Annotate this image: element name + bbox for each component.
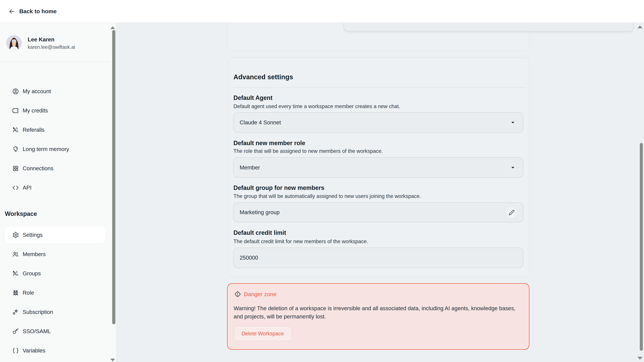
member-role-description: The role that will be assigned to new me… <box>234 148 383 154</box>
chat-input[interactable] <box>344 23 634 31</box>
sidebar-item-label: Variables <box>23 348 45 354</box>
avatar <box>6 35 22 51</box>
section-divider <box>234 87 525 88</box>
gear-icon <box>12 232 19 238</box>
alert-diamond-icon <box>234 291 241 298</box>
sidebar-item-members[interactable]: Members <box>0 245 111 264</box>
default-group-field[interactable]: Marketing group <box>233 202 523 222</box>
member-role-select[interactable]: Member <box>233 157 523 178</box>
groups-icon <box>12 270 19 277</box>
pencil-icon <box>509 210 515 216</box>
sidebar-item-connections[interactable]: Connections <box>0 159 111 178</box>
chevron-down-icon <box>510 119 516 126</box>
avatar-illustration <box>6 35 22 51</box>
credit-limit-description: The default credit limit for new members… <box>234 239 368 245</box>
chevron-down-icon <box>510 164 516 171</box>
sidebar-item-sso-saml[interactable]: SSO/SAML <box>0 322 111 341</box>
sidebar-item-label: Long term memory <box>23 146 69 152</box>
main-scrollbar-thumb[interactable] <box>640 143 643 351</box>
sidebar-scrollbar-up-arrow[interactable] <box>110 26 115 29</box>
account-nav: My account My credits Referalls <box>0 82 111 197</box>
sidebar-item-settings[interactable]: Settings <box>0 225 111 245</box>
main-scrollbar-down-arrow[interactable] <box>638 357 642 360</box>
ticket-icon <box>12 107 19 114</box>
default-agent-select[interactable]: Claude 4 Sonnet <box>233 112 523 133</box>
credit-limit-input[interactable] <box>233 248 523 268</box>
sidebar-item-label: API <box>23 185 32 191</box>
sidebar-item-api[interactable]: API <box>0 178 111 197</box>
topbar: Back to home <box>0 0 644 23</box>
code-icon <box>12 184 19 191</box>
main-scrollbar-up-arrow[interactable] <box>638 25 642 28</box>
default-group-value: Marketing group <box>240 209 280 216</box>
sidebar-scrollbar-down-arrow[interactable] <box>110 359 115 361</box>
chat-input-card <box>227 23 530 51</box>
credit-limit-label: Default credit limit <box>234 229 286 236</box>
key-icon <box>12 328 19 335</box>
sidebar-item-label: Subscription <box>23 309 53 315</box>
sidebar-item-label: Role <box>23 290 34 296</box>
role-users-icon <box>12 290 19 296</box>
workspace-settings-page: Back to home Lee Karen karen.lee@swiftas… <box>0 0 644 362</box>
danger-zone-header: Danger zone <box>234 291 276 298</box>
sidebar-item-label: Members <box>23 251 46 257</box>
sidebar-item-groups[interactable]: Groups <box>0 264 111 283</box>
lightbulb-icon <box>12 146 19 152</box>
sidebar-item-label: Connections <box>23 165 53 172</box>
workspace-section-label: Workspace <box>5 210 37 217</box>
users-star-icon <box>12 126 19 133</box>
default-agent-label: Default Agent <box>234 94 272 101</box>
members-icon <box>12 251 19 258</box>
member-role-label: Default new member role <box>234 140 305 147</box>
default-group-description: The group that will be automatically ass… <box>234 193 421 199</box>
sidebar-item-long-term-memory[interactable]: Long term memory <box>0 139 111 159</box>
arrow-left-icon <box>8 8 16 15</box>
sidebar-item-subscription[interactable]: Subscription <box>0 302 111 322</box>
sidebar-item-label: Settings <box>23 232 42 238</box>
member-role-value: Member <box>240 164 260 171</box>
workspace-nav: Settings Members Groups <box>0 225 111 360</box>
braces-icon <box>12 347 19 354</box>
advanced-settings-card: Advanced settings Default Agent Default … <box>228 57 530 277</box>
shooting-star-icon <box>12 309 19 316</box>
sidebar-item-label: My account <box>23 88 51 94</box>
main-content: Advanced settings Default Agent Default … <box>116 23 644 362</box>
user-email: karen.lee@swiftask.ai <box>28 44 75 50</box>
sidebar-item-label: My credits <box>23 107 48 114</box>
edit-group-button[interactable] <box>506 206 518 219</box>
danger-zone-warning: Warning! The deletion of a workspace is … <box>234 304 526 321</box>
default-agent-value: Claude 4 Sonnet <box>240 119 281 126</box>
default-agent-description: Default agent used every time a workspac… <box>234 103 400 109</box>
sidebar-item-role[interactable]: Role <box>0 283 111 302</box>
danger-zone-card: Danger zone Warning! The deletion of a w… <box>227 283 530 350</box>
sidebar-item-label: Groups <box>23 270 41 277</box>
back-to-home-label: Back to home <box>19 8 57 14</box>
sidebar-item-variables[interactable]: Variables <box>0 341 111 360</box>
advanced-settings-title: Advanced settings <box>234 73 293 81</box>
danger-zone-title: Danger zone <box>244 291 276 298</box>
default-group-label: Default group for new members <box>234 184 324 191</box>
sidebar-item-label: Referalls <box>23 127 44 133</box>
back-to-home-button[interactable]: Back to home <box>8 0 57 23</box>
sidebar-scrollbar-thumb[interactable] <box>112 30 116 324</box>
sidebar-item-my-credits[interactable]: My credits <box>0 101 111 120</box>
user-name: Lee Karen <box>28 36 54 43</box>
user-circle-icon <box>12 88 19 95</box>
sidebar: Lee Karen karen.lee@swiftask.ai My accou… <box>0 23 116 362</box>
grid-icon <box>12 165 19 172</box>
sidebar-item-my-account[interactable]: My account <box>0 82 111 101</box>
sidebar-item-label: SSO/SAML <box>23 328 51 335</box>
delete-workspace-button[interactable]: Delete Workspace <box>234 326 292 341</box>
sidebar-item-referalls[interactable]: Referalls <box>0 120 111 139</box>
sidebar-divider <box>0 62 111 62</box>
